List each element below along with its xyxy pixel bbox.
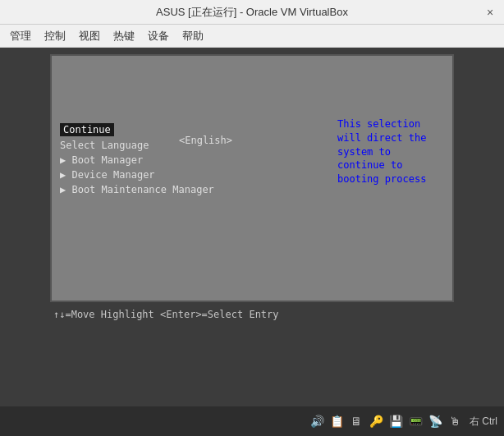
taskbar-icon-2[interactable]: 📋 — [328, 413, 345, 429]
menu-item-continue[interactable]: Continue — [60, 123, 114, 136]
taskbar-icon-3[interactable]: 🖥 — [348, 413, 364, 429]
taskbar-icon-6[interactable]: 📟 — [407, 413, 424, 429]
hint-text: ↑↓=Move Highlight <Enter>=Select Entry — [53, 309, 279, 320]
taskbar: 🔊 📋 🖥 🔑 💾 📟 📡 🖱 右 Ctrl — [0, 406, 504, 436]
menubar-item-帮助[interactable]: 帮助 — [176, 27, 210, 45]
vm-screen[interactable]: Continue Select Language ▶ Boot Manager … — [50, 54, 454, 302]
status-hints: ↑↓=Move Highlight <Enter>=Select Entry — [0, 302, 504, 320]
menubar-item-视图[interactable]: 视图 — [72, 27, 107, 45]
menubar-item-热键[interactable]: 热键 — [107, 27, 141, 45]
uefi-screen: Continue Select Language ▶ Boot Manager … — [52, 56, 452, 301]
ctrl-label: 右 Ctrl — [470, 415, 497, 429]
window-title: ASUS [正在运行] - Oracle VM VirtualBox — [21, 5, 483, 20]
menubar-item-设备[interactable]: 设备 — [141, 27, 176, 45]
description-text: This selection will direct the system to… — [337, 117, 444, 186]
menu-item-device-manager[interactable]: ▶ Device Manager — [60, 169, 214, 181]
vm-wrapper: Continue Select Language ▶ Boot Manager … — [0, 54, 504, 302]
menubar: 管理控制视图热键设备帮助 — [0, 25, 504, 48]
menubar-item-管理[interactable]: 管理 — [3, 27, 38, 45]
taskbar-icon-1[interactable]: 🔊 — [309, 413, 325, 429]
taskbar-icon-5[interactable]: 💾 — [387, 413, 404, 429]
language-value: <English> — [179, 135, 232, 146]
close-button[interactable]: × — [483, 5, 497, 20]
uefi-menu: Continue Select Language ▶ Boot Manager … — [60, 122, 214, 199]
menu-item-boot-maintenance[interactable]: ▶ Boot Maintenance Manager — [60, 184, 214, 195]
titlebar: ASUS [正在运行] - Oracle VM VirtualBox × — [0, 0, 504, 25]
taskbar-icon-7[interactable]: 📡 — [427, 413, 443, 429]
taskbar-icon-8[interactable]: 🖱 — [447, 413, 463, 429]
menu-item-boot-manager[interactable]: ▶ Boot Manager — [60, 154, 214, 166]
taskbar-icon-4[interactable]: 🔑 — [368, 413, 384, 429]
menubar-item-控制[interactable]: 控制 — [38, 27, 72, 45]
